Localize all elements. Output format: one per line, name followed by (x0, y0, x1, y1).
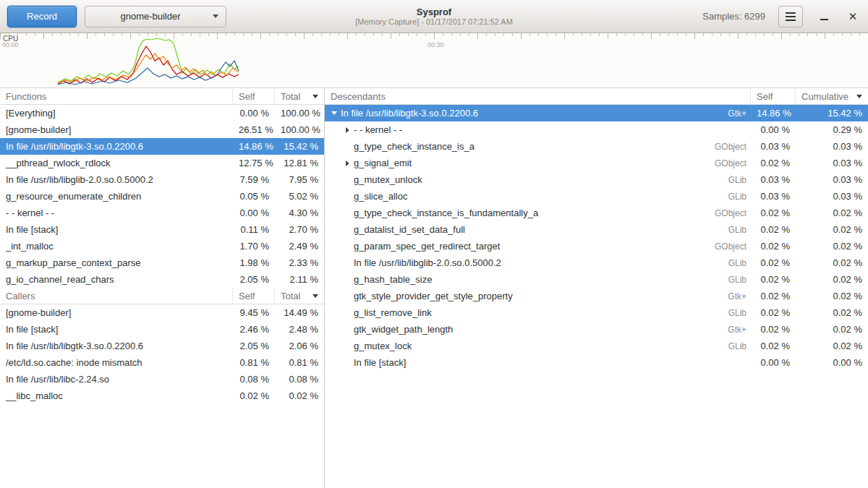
cpu-graph[interactable]: CPU 00:00 00:30 (0, 33, 868, 88)
table-row[interactable]: g_mutex_unlockGLib0.03 %0.03 % (325, 171, 868, 188)
chevron-down-icon (213, 14, 218, 18)
functions-table-header: Functions Self Total (0, 88, 324, 105)
total-value: 0.02 % (796, 324, 868, 335)
table-row[interactable]: g_datalist_id_set_data_fullGLib0.02 %0.0… (325, 221, 868, 238)
table-row[interactable]: gtk_widget_path_lengthGtk+0.02 %0.02 % (325, 321, 868, 338)
row-name-cell: _int_malloc (0, 241, 233, 252)
self-value: 0.02 % (751, 341, 796, 351)
table-row[interactable]: [Everything]0.00 %100.00 % (0, 105, 324, 121)
menu-button[interactable] (778, 6, 803, 27)
row-label: In file /usr/lib/libglib-2.0.so.0.5000.2 (354, 257, 501, 268)
row-name-cell: In file /usr/lib/libc-2.24.so (0, 374, 233, 385)
library-tag: GObject (715, 241, 751, 252)
table-row[interactable]: In file [stack]0.00 %0.00 % (325, 354, 868, 371)
cpu-line-blue (58, 61, 239, 85)
row-label: gtk_style_provider_get_style_property (354, 291, 513, 301)
total-value: 0.02 % (796, 341, 868, 351)
library-tag: Gtk+ (728, 108, 751, 119)
total-value: 0.03 % (796, 141, 868, 152)
table-row[interactable]: g_param_spec_get_redirect_targetGObject0… (325, 238, 868, 254)
row-name-cell: In file /usr/lib/libglib-2.0.so.0.5000.2… (325, 257, 751, 268)
table-row[interactable]: In file /usr/lib/libglib-2.0.so.0.5000.2… (325, 254, 868, 271)
table-row[interactable]: In file /usr/lib/libgtk-3.so.0.2200.62.0… (0, 338, 324, 354)
table-row[interactable]: - - kernel - -0.00 %0.29 % (325, 121, 868, 138)
table-row[interactable]: g_mutex_lockGLib0.02 %0.02 % (325, 338, 868, 354)
process-selector[interactable]: gnome-builder (85, 6, 226, 27)
header-bar: Record gnome-builder Sysprof [Memory Cap… (0, 0, 868, 33)
functions-total-column-header[interactable]: Total (275, 88, 324, 104)
app-title: Sysprof (417, 7, 451, 17)
self-value: 0.02 % (751, 307, 796, 318)
row-name-cell: In file [stack] (325, 357, 751, 368)
table-row[interactable]: g_list_remove_linkGLib0.02 %0.02 % (325, 304, 868, 321)
table-row[interactable]: __pthread_rwlock_rdlock12.75 %12.81 % (0, 155, 324, 171)
callers-self-column-header[interactable]: Self (233, 288, 275, 304)
self-value: 0.02 % (751, 207, 796, 218)
table-row[interactable]: g_signal_emitGObject0.02 %0.03 % (325, 155, 868, 171)
library-tag: Gtk+ (728, 325, 751, 335)
callers-total-column-header[interactable]: Total (275, 288, 324, 304)
descendants-self-column-header[interactable]: Self (751, 88, 796, 104)
row-name-cell: g_resource_enumerate_children (0, 191, 233, 202)
total-value: 0.08 % (275, 374, 324, 385)
total-value: 2.33 % (275, 257, 324, 268)
row-name-cell: g_signal_emitGObject (325, 158, 751, 168)
table-row[interactable]: g_resource_enumerate_children0.05 %5.02 … (0, 188, 324, 205)
process-selector-label: gnome-builder (93, 11, 208, 22)
descendants-table: In file /usr/lib/libgtk-3.so.0.2200.6Gtk… (325, 105, 868, 488)
callers-table: [gnome-builder]9.45 %14.49 %In file [sta… (0, 304, 324, 488)
row-name-cell: g_mutex_lockGLib (325, 341, 751, 351)
total-value: 100.00 % (275, 108, 324, 119)
self-value: 0.02 % (751, 324, 796, 335)
table-row[interactable]: g_io_channel_read_chars2.05 %2.11 % (0, 271, 324, 288)
close-button[interactable]: ✕ (845, 9, 861, 25)
table-row[interactable]: g_type_check_instance_is_aGObject0.03 %0… (325, 138, 868, 155)
table-row[interactable]: __libc_malloc0.02 %0.02 % (0, 388, 324, 404)
total-value: 0.02 % (796, 224, 868, 235)
table-row[interactable]: g_type_check_instance_is_fundamentally_a… (325, 205, 868, 221)
table-row[interactable]: In file /usr/lib/libc-2.24.so0.08 %0.08 … (0, 371, 324, 388)
table-row[interactable]: In file [stack]0.11 %2.70 % (0, 221, 324, 238)
row-label: g_datalist_id_set_data_full (354, 224, 465, 235)
row-name-cell: __libc_malloc (0, 390, 233, 401)
table-row[interactable]: [gnome-builder]26.51 %100.00 % (0, 121, 324, 138)
row-name-cell: g_type_check_instance_is_fundamentally_a… (325, 207, 751, 218)
functions-header-label: Functions (6, 91, 46, 102)
functions-column-header[interactable]: Functions (0, 88, 233, 104)
record-button[interactable]: Record (7, 6, 77, 27)
total-value: 15.42 % (796, 108, 868, 119)
total-value: 2.11 % (275, 274, 324, 285)
table-row[interactable]: In file /usr/lib/libgtk-3.so.0.2200.6Gtk… (325, 105, 868, 121)
expander-collapsed-icon[interactable] (341, 127, 354, 133)
table-row[interactable]: g_markup_parse_context_parse1.98 %2.33 % (0, 254, 324, 271)
table-row[interactable]: /etc/ld.so.cache: inode mismatch0.81 %0.… (0, 354, 324, 371)
table-row[interactable]: - - kernel - -0.00 %4.30 % (0, 205, 324, 221)
self-value: 0.00 % (751, 124, 796, 135)
descendants-table-header: Descendants Self Cumulative (325, 88, 868, 105)
expander-collapsed-icon[interactable] (341, 160, 354, 166)
callers-column-header[interactable]: Callers (0, 288, 233, 304)
table-row[interactable]: In file [stack]2.46 %2.48 % (0, 321, 324, 338)
library-tag: Gtk+ (728, 291, 751, 301)
expander-expanded-icon[interactable] (328, 111, 341, 115)
total-header-label: Total (281, 91, 300, 102)
table-row[interactable]: In file /usr/lib/libglib-2.0.so.0.5000.2… (0, 171, 324, 188)
row-name-cell: [gnome-builder] (0, 307, 233, 318)
row-name-cell: In file /usr/lib/libgtk-3.so.0.2200.6 (0, 141, 233, 152)
total-value: 15.42 % (275, 141, 324, 152)
row-name-cell: [Everything] (0, 108, 233, 119)
self-value: 7.59 % (233, 174, 275, 185)
table-row[interactable]: [gnome-builder]9.45 %14.49 % (0, 304, 324, 321)
row-name-cell: g_list_remove_linkGLib (325, 307, 751, 318)
descendants-column-header[interactable]: Descendants (325, 88, 751, 104)
table-row[interactable]: g_slice_allocGLib0.03 %0.03 % (325, 188, 868, 205)
row-name-cell: In file /usr/lib/libgtk-3.so.0.2200.6 (0, 341, 233, 351)
table-row[interactable]: gtk_style_provider_get_style_propertyGtk… (325, 288, 868, 304)
table-row[interactable]: In file /usr/lib/libgtk-3.so.0.2200.614.… (0, 138, 324, 155)
row-label: gtk_widget_path_length (354, 324, 453, 335)
descendants-cumulative-column-header[interactable]: Cumulative (796, 88, 868, 104)
table-row[interactable]: _int_malloc1.70 %2.49 % (0, 238, 324, 254)
minimize-button[interactable] (816, 9, 832, 25)
functions-self-column-header[interactable]: Self (233, 88, 275, 104)
table-row[interactable]: g_hash_table_sizeGLib0.02 %0.02 % (325, 271, 868, 288)
